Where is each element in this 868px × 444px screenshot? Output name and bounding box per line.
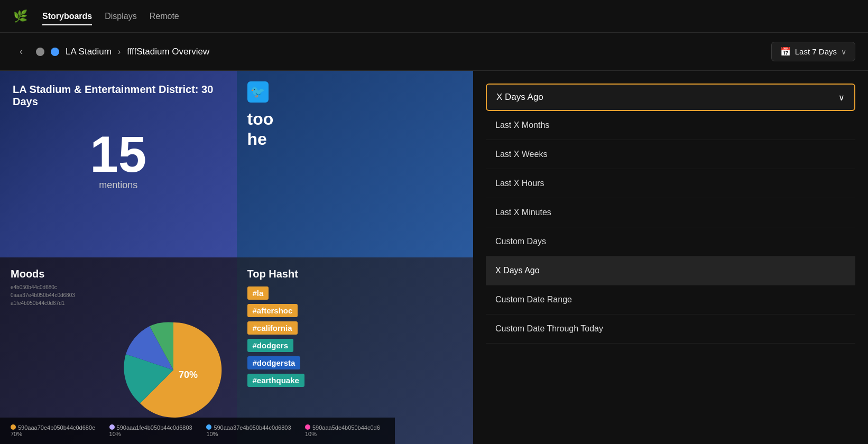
panel-hashtags: Top Hasht #la #aftershoc #california #do…	[237, 257, 474, 444]
hashtag-item-0: #la	[247, 286, 463, 300]
panel-moods: Moods e4b050b44c0d680c 0aaa37e4b050b44c0…	[0, 257, 237, 444]
dropdown-selected-item[interactable]: X Days Ago ∨	[486, 84, 855, 111]
hashtag-item-3: #dodgers	[247, 339, 463, 352]
hash-label-3: a1fe4b050b44c0d67d1	[11, 300, 226, 306]
top-nav: 🌿 Storyboards Displays Remote	[0, 0, 868, 33]
legend-bar: 590aaa70e4b050b44c0d680e 70% 590aaa1fe4b…	[0, 418, 395, 444]
dot-gray[interactable]	[36, 48, 44, 56]
main-content: LA Stadium & Entertainment District: 30 …	[0, 71, 868, 444]
dropdown-item-x-days-ago[interactable]: X Days Ago	[486, 256, 855, 285]
hashtag-item-2: #california	[247, 321, 463, 335]
dropdown-item-custom-date-through-today[interactable]: Custom Date Through Today	[486, 314, 855, 344]
breadcrumb-name: LA Stadium	[66, 47, 112, 57]
back-button[interactable]: ‹	[13, 43, 30, 60]
app-logo: 🌿	[11, 7, 30, 26]
panel1-unit: mentions	[13, 180, 224, 191]
panel3-title: Moods	[11, 268, 226, 280]
dropdown-overlay: X Days Ago ∨ Last X Months Last X Weeks …	[473, 71, 868, 444]
tab-storyboards[interactable]: Storyboards	[42, 10, 92, 23]
dropdown-item-last-x-hours[interactable]: Last X Hours	[486, 169, 855, 198]
hashtag-badge-earthquake: #earthquake	[247, 374, 304, 387]
dropdown-item-last-x-months[interactable]: Last X Months	[486, 111, 855, 140]
breadcrumb-sub-name: ffffStadium Overview	[127, 47, 209, 57]
panel-stadium-mentions: LA Stadium & Entertainment District: 30 …	[0, 71, 237, 257]
hashtag-badge-california: #california	[247, 321, 298, 335]
hash-label-1: e4b050b44c0d680c	[11, 284, 226, 290]
panel4-title: Top Hasht	[247, 268, 463, 280]
twitter-icon: 🐦	[247, 81, 269, 103]
calendar-icon: 📅	[780, 47, 791, 57]
hashtag-item-1: #aftershoc	[247, 304, 463, 317]
dropdown-item-last-x-minutes[interactable]: Last X Minutes	[486, 198, 855, 227]
dropdown-item-last-x-weeks[interactable]: Last X Weeks	[486, 140, 855, 169]
svg-text:70%: 70%	[179, 369, 198, 380]
breadcrumb-arrow: ›	[118, 47, 121, 57]
pie-chart: 70%	[121, 317, 226, 423]
dropdown-item-custom-days[interactable]: Custom Days	[486, 227, 855, 256]
dropdown-list: Last X Months Last X Weeks Last X Hours …	[486, 111, 855, 344]
dot-blue[interactable]	[51, 48, 59, 56]
hashtag-item-4: #dodgersta	[247, 356, 463, 369]
hashtag-item-5: #earthquake	[247, 374, 463, 387]
date-range-button[interactable]: 📅 Last 7 Days ∨	[771, 42, 855, 61]
hashtag-badge-dodgers: #dodgers	[247, 339, 294, 352]
breadcrumb-bar: ‹ LA Stadium › ffffStadium Overview 📅 La…	[0, 33, 868, 71]
hashtag-badge-aftershoc: #aftershoc	[247, 304, 298, 317]
panel1-number: 15	[13, 129, 224, 180]
storyboard-grid: LA Stadium & Entertainment District: 30 …	[0, 71, 473, 444]
panel-twitter: 🐦 too he	[237, 71, 474, 257]
hashtag-badge-la: #la	[247, 286, 269, 300]
hashtag-badge-dodgersta: #dodgersta	[247, 356, 301, 369]
panel2-text: too he	[247, 109, 463, 150]
hash-label-2: 0aaa37e4b050b44c0d6803	[11, 292, 226, 298]
panel1-title: LA Stadium & Entertainment District: 30 …	[13, 84, 224, 108]
tab-remote[interactable]: Remote	[150, 10, 179, 23]
date-range-label: Last 7 Days	[795, 47, 837, 56]
dropdown-selected-chevron: ∨	[838, 92, 845, 103]
tab-displays[interactable]: Displays	[105, 10, 136, 23]
dropdown-item-custom-date-range[interactable]: Custom Date Range	[486, 285, 855, 314]
chevron-down-icon: ∨	[841, 48, 846, 56]
dropdown-selected-text: X Days Ago	[496, 92, 543, 103]
